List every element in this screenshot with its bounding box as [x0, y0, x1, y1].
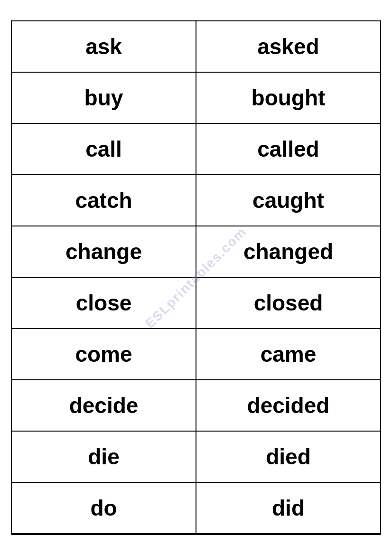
table-row: dodid	[12, 483, 380, 534]
past-word-cell: called	[196, 124, 380, 174]
base-word-cell: ask	[12, 21, 196, 72]
table-row: callcalled	[12, 124, 380, 175]
base-word-cell: call	[12, 124, 196, 174]
base-word-cell: die	[12, 432, 196, 482]
table-row: changechanged	[12, 226, 380, 278]
past-word-cell: did	[196, 483, 380, 533]
past-word-cell: changed	[196, 226, 380, 277]
base-word-cell: come	[12, 329, 196, 379]
base-word-cell: do	[12, 483, 196, 533]
base-word-cell: change	[12, 226, 196, 277]
table-row: diedied	[12, 432, 380, 483]
past-word-cell: decided	[196, 380, 380, 431]
base-word-cell: close	[12, 278, 196, 328]
past-word-cell: bought	[196, 73, 380, 123]
table-row: comecame	[12, 329, 380, 380]
table-row: closeclosed	[12, 278, 380, 329]
past-word-cell: caught	[196, 175, 380, 226]
word-table: askaskedbuyboughtcallcalledcatchcaughtch…	[11, 20, 381, 535]
table-row: decidedecided	[12, 380, 380, 432]
table-row: buybought	[12, 73, 380, 124]
base-word-cell: decide	[12, 380, 196, 431]
past-word-cell: asked	[196, 21, 380, 72]
past-word-cell: closed	[196, 278, 380, 328]
past-word-cell: came	[196, 329, 380, 379]
page: askaskedbuyboughtcallcalledcatchcaughtch…	[0, 0, 392, 555]
past-word-cell: died	[196, 432, 380, 482]
base-word-cell: buy	[12, 73, 196, 123]
base-word-cell: catch	[12, 175, 196, 226]
table-row: askasked	[12, 21, 380, 73]
table-row: catchcaught	[12, 175, 380, 226]
